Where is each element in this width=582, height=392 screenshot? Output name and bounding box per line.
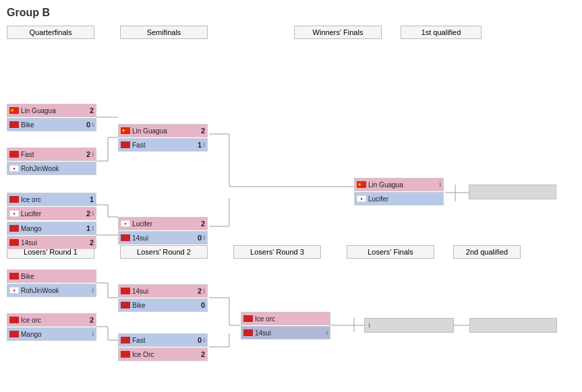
flag-red [9,121,19,128]
flag-red15 [243,315,253,322]
sf1-p1-score: 2 [197,127,205,135]
wf-info[interactable]: ℹ [439,181,441,188]
lr2b-p1-name: Fast [132,337,194,344]
lr2b-p1-score: 0 [194,336,202,344]
flag-red16 [243,329,253,336]
qualified2-slot [469,318,557,333]
upper-bracket: Lin Guagua 2 Bike 0 ℹ Fast 2 ℹ RohJinWoo… [7,43,573,238]
lr2b-player1: Fast 0 ℹ [118,333,208,347]
qf4-p1-score: 1 [82,224,90,232]
lr1-match-a: Bike RohJinWook ℹ [7,269,96,298]
sf2-p1-score: 2 [197,220,205,228]
sf1-p1-name: Lin Guagua [132,127,197,135]
qf2-p2-name: RohJinWook [21,165,86,172]
sf-match-2: Lucifer 2 14sui 0 ℹ [118,217,208,245]
flag-red4 [9,225,19,232]
lr3-info[interactable]: ℹ [326,329,328,336]
lr3-player2: 14sui ℹ [241,326,330,339]
flag-kr [9,165,19,172]
wf-match: Lin Guagua ℹ Lucifer [354,178,444,206]
qf2-player2: RohJinWook [7,162,96,175]
header-losers-r3: Losers' Round 3 [233,245,321,259]
qf1-p2-score: 0 [82,121,90,129]
qf2-info[interactable]: ℹ [92,151,94,158]
qf-match-1: Lin Guagua 2 Bike 0 ℹ [7,104,96,132]
wf-player1: Lin Guagua ℹ [354,178,444,191]
lr3-p2-name: 14sui [255,329,316,337]
sf1-player1: Lin Guagua 2 [118,124,208,137]
flag-red3 [9,196,19,203]
header-winners-finals: Winners' Finals [294,26,382,39]
qf4-p2-score: 2 [86,238,94,247]
flag-red12 [121,302,130,308]
qf4-info[interactable]: ℹ [92,225,94,232]
wf-player2: Lucifer [354,192,444,205]
flag-cn [9,107,19,114]
lr1b-player2: Mango ℹ [7,327,96,341]
lr2a-info[interactable]: ℹ [203,288,205,294]
lr3-p1-name: Ice orc [255,315,320,323]
header-losers-r2: Losers' Round 2 [120,245,208,259]
sf1-p2-name: Fast [132,141,194,149]
header-semifinals: Semifinals [120,26,208,39]
sf2-player1: Lucifer 2 [118,217,208,230]
qf4-player1: Mango 1 ℹ [7,222,96,235]
qf1-p2-name: Bike [21,121,82,129]
qf1-info[interactable]: ℹ [92,121,94,128]
lower-bracket: Bike RohJinWook ℹ Ice orc 2 Mango ℹ [7,263,573,370]
sf1-player2: Fast 1 ℹ [118,138,208,152]
qf3-p1-score: 1 [86,195,94,203]
qf3-info[interactable]: ℹ [92,210,94,217]
lr2-match-a: 14sui 2 ℹ Bike 0 [118,284,208,313]
header-2nd-qualified: 2nd qualified [453,245,521,259]
upper-round-headers: Quarterfinals Semifinals Winners' Finals… [7,26,573,39]
lr2b-info[interactable]: ℹ [203,337,205,344]
qualified1-slot [469,185,556,199]
flag-kr4 [357,195,366,202]
lr3-match: Ice orc 14sui ℹ [241,312,330,340]
flag-red11 [121,288,130,294]
sf2-info[interactable]: ℹ [203,234,205,241]
lr2a-p2-name: Bike [132,302,197,309]
lf-info[interactable]: ℹ [368,322,370,329]
flag-red9 [9,317,19,323]
qf1-player1: Lin Guagua 2 [7,104,96,117]
qf3-player2: Lucifer 2 ℹ [7,207,96,220]
flag-red10 [9,331,19,337]
sf1-info[interactable]: ℹ [203,141,205,148]
lr1a-info[interactable]: ℹ [92,287,94,294]
sf2-p1-name: Lucifer [132,220,197,228]
qf1-p1-name: Lin Guagua [21,107,86,115]
first-qualified [469,185,556,200]
lf-match: ℹ [364,318,454,333]
sf2-p2-score: 0 [194,234,202,242]
flag-kr3 [121,220,130,227]
lr1b-p2-name: Mango [21,331,82,338]
qf3-p2-score: 2 [82,209,90,218]
qf4-player2: 14sui 2 [7,236,96,249]
lr2a-p2-score: 0 [197,301,205,309]
bracket-container: Quarterfinals Semifinals Winners' Finals… [7,26,573,370]
qf3-player1: Ice orc 1 [7,193,96,206]
flag-red6 [121,141,130,148]
lr2b-player2: Ice Orc 2 [118,348,208,361]
header-quarterfinals: Quarterfinals [7,26,94,39]
qf4-p1-name: Mango [21,225,82,232]
lr2-match-b: Fast 0 ℹ Ice Orc 2 [118,333,208,362]
lr2a-player2: Bike 0 [118,298,208,312]
qf1-player2: Bike 0 ℹ [7,118,96,131]
lr2b-p2-name: Ice Orc [132,351,197,358]
lr2a-p1-score: 2 [194,287,202,295]
sf1-p2-score: 1 [194,141,202,149]
qf-match-4: Mango 1 ℹ 14sui 2 [7,222,96,250]
qf4-p2-name: 14sui [21,239,86,247]
flag-red5 [9,239,19,246]
qf2-p1-score: 2 [82,150,90,158]
lr1b-info[interactable]: ℹ [92,331,94,337]
lr2b-p2-score: 2 [197,350,205,358]
flag-kr5 [9,287,19,294]
lf-slot: ℹ [364,318,454,333]
qf3-p2-name: Lucifer [21,210,82,218]
lr1a-player1: Bike [7,269,96,283]
wf-p2-name: Lucifer [368,195,433,203]
